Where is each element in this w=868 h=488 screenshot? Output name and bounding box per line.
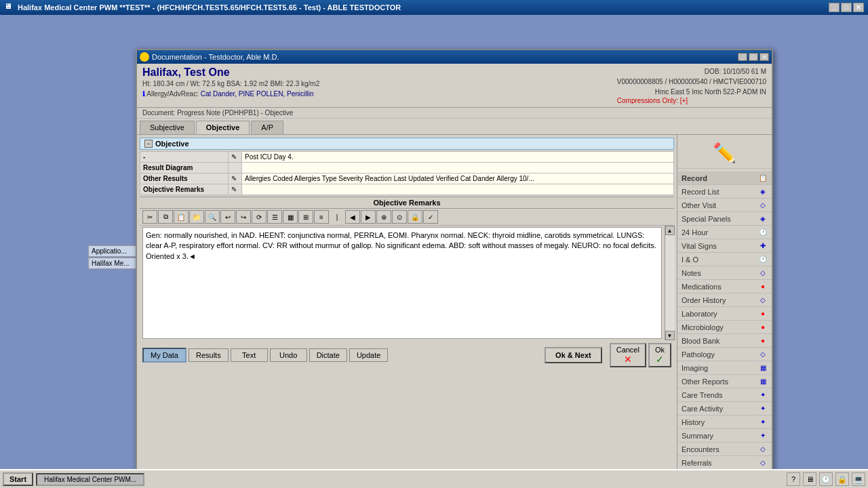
special-panels-icon: ◈ xyxy=(758,214,768,224)
sidebar-item-special-panels[interactable]: Special Panels ◈ xyxy=(677,212,772,226)
dialog-minimize-btn[interactable]: _ xyxy=(738,53,747,61)
row-value-3 xyxy=(242,184,674,195)
sidebar-item-pathology[interactable]: Pathology ◇ xyxy=(677,348,772,361)
sidebar-item-other-reports[interactable]: Other Reports ▦ xyxy=(677,375,772,388)
patient-location: Hmc East 5 Imc North 522-P ADM IN xyxy=(617,87,766,97)
sidebar-item-record-list[interactable]: Record List ◈ xyxy=(677,185,772,199)
sidebar-item-laboratory[interactable]: Laboratory ● xyxy=(677,307,772,321)
care-activity-icon: ✦ xyxy=(758,404,768,413)
toolbar-next-btn[interactable]: ▶ xyxy=(361,210,376,224)
text-button[interactable]: Text xyxy=(231,348,268,362)
os-close-btn[interactable]: ✕ xyxy=(853,3,864,12)
sidebar-item-io[interactable]: I & O 🕐 xyxy=(677,253,772,266)
sidebar-label-special-panels: Special Panels xyxy=(682,215,757,223)
compression-text[interactable]: Compressions Only: [+] xyxy=(617,97,766,104)
row-label-3: Objective Remarks xyxy=(140,184,229,195)
toolbar-undo-btn[interactable]: ↩ xyxy=(220,210,235,224)
taskbar-laptop-icon[interactable]: 💻 xyxy=(852,472,865,486)
toolbar-refresh-btn[interactable]: ⟳ xyxy=(252,210,267,224)
editor-scrollbar[interactable]: ▲ ▼ xyxy=(665,226,674,340)
toolbar-search-btn[interactable]: 🔍 xyxy=(205,210,220,224)
ok-next-button[interactable]: Ok & Next xyxy=(545,347,602,363)
cancel-ok-group: Cancel ✕ Ok ✓ xyxy=(610,343,671,367)
toolbar-open-btn[interactable]: 📁 xyxy=(189,210,204,224)
my-data-button[interactable]: My Data xyxy=(142,348,186,363)
document-info: Document: Progress Note (PDHHPB1) - Obje… xyxy=(137,108,772,119)
dialog-close-btn[interactable]: ✕ xyxy=(760,53,769,61)
sidebar-item-other-visit[interactable]: Other Visit ◇ xyxy=(677,199,772,212)
scroll-up-btn[interactable]: ▲ xyxy=(665,226,675,235)
table-row: Other Results ✎ Allergies Coded Allergie… xyxy=(140,174,674,184)
sidebar-item-summary[interactable]: Summary ✦ xyxy=(677,429,772,443)
toolbar-copy-btn[interactable]: ⧉ xyxy=(158,210,173,224)
system-taskbar: Start Halifax Medical Center PWM... ? 🖥 … xyxy=(0,469,868,488)
sidebar-label-history: History xyxy=(682,418,757,426)
tab-objective[interactable]: Objective xyxy=(196,121,250,134)
section-collapse-btn[interactable]: − xyxy=(144,140,153,148)
app-sidebar: Applicatio... Halifax Me... xyxy=(88,245,142,270)
tab-subjective[interactable]: Subjective xyxy=(140,121,195,134)
other-reports-icon: ▦ xyxy=(758,377,768,386)
dialog-maximize-btn[interactable]: □ xyxy=(749,53,758,61)
sidebar-item-referrals[interactable]: Referrals ◇ xyxy=(677,456,772,470)
sidebar-label-encounters: Encounters xyxy=(682,445,757,453)
toolbar-table-btn[interactable]: ▦ xyxy=(283,210,298,224)
sidebar-item-order-history[interactable]: Order History ◇ xyxy=(677,293,772,307)
history-icon: ✦ xyxy=(758,418,768,427)
tab-ap[interactable]: A/P xyxy=(251,121,283,134)
sidebar-item-blood-bank[interactable]: Blood Bank ● xyxy=(677,334,772,348)
ok-button[interactable]: Ok ✓ xyxy=(648,343,671,367)
toolbar-add-btn[interactable]: ⊕ xyxy=(376,210,391,224)
imaging-icon: ▦ xyxy=(758,363,768,373)
microbiology-icon: ● xyxy=(758,323,768,332)
dictate-button[interactable]: Dictate xyxy=(309,348,347,362)
taskbar-monitor-icon[interactable]: 🖥 xyxy=(803,472,816,486)
update-button[interactable]: Update xyxy=(349,348,388,362)
toolbar-target-btn[interactable]: ⊙ xyxy=(392,210,407,224)
toolbar-cut-btn[interactable]: ✂ xyxy=(142,210,157,224)
toolbar-check-btn[interactable]: ✓ xyxy=(423,210,438,224)
sidebar-item-imaging[interactable]: Imaging ▦ xyxy=(677,361,772,375)
os-minimize-btn[interactable]: _ xyxy=(829,3,840,12)
taskbar-help-icon[interactable]: ? xyxy=(787,472,800,486)
sidebar-item-notes[interactable]: Notes ◇ xyxy=(677,266,772,280)
sidebar-item-vital-signs[interactable]: Vital Signs ✚ xyxy=(677,239,772,253)
toolbar-redo-btn[interactable]: ↪ xyxy=(236,210,251,224)
taskbar-lock-icon[interactable]: 🔒 xyxy=(835,472,849,486)
results-button[interactable]: Results xyxy=(189,348,229,362)
toolbar-lines-btn[interactable]: ≡ xyxy=(314,210,329,224)
cancel-button[interactable]: Cancel ✕ xyxy=(610,343,646,367)
ok-label: Ok xyxy=(655,346,665,354)
taskbar-clock-icon[interactable]: 🕐 xyxy=(819,472,833,486)
undo-button[interactable]: Undo xyxy=(270,348,307,362)
sidebar-item-history[interactable]: History ✦ xyxy=(677,415,772,429)
taskbar-app-item[interactable]: Halifax Medical Center PWM... xyxy=(36,473,144,486)
toolbar-paste-btn[interactable]: 📋 xyxy=(174,210,189,224)
sidebar-item-care-activity[interactable]: Care Activity ✦ xyxy=(677,402,772,415)
allergy-label: Allergy/AdvReac: xyxy=(146,90,199,98)
sidebar-item-encounters[interactable]: Encounters ◇ xyxy=(677,443,772,456)
sidebar-record-header[interactable]: Record 📋 xyxy=(677,171,772,185)
text-editor[interactable]: Gen: normally nourished, in NAD. HEENT: … xyxy=(142,227,662,339)
toolbar-prev-btn[interactable]: ◀ xyxy=(345,210,360,224)
sidebar-label-imaging: Imaging xyxy=(682,364,757,372)
os-maximize-btn[interactable]: □ xyxy=(841,3,852,12)
toolbar-lock-btn[interactable]: 🔒 xyxy=(408,210,422,224)
scroll-down-btn[interactable]: ▼ xyxy=(665,331,675,340)
sidebar-label-other-reports: Other Reports xyxy=(682,378,757,386)
row-edit-icon-0[interactable]: ✎ xyxy=(229,152,242,163)
section-title: Objective xyxy=(155,140,189,148)
sidebar-item-care-trends[interactable]: Care Trends ✦ xyxy=(677,388,772,402)
remarks-header: Objective Remarks xyxy=(140,197,674,209)
row-edit-icon-3[interactable]: ✎ xyxy=(229,184,242,195)
sidebar-item-medications[interactable]: Medications ● xyxy=(677,280,772,293)
toolbar-list-btn[interactable]: ☰ xyxy=(267,210,282,224)
cancel-x-icon: ✕ xyxy=(624,354,632,365)
sidebar-item-microbiology[interactable]: Microbiology ● xyxy=(677,321,772,334)
row-edit-icon-2[interactable]: ✎ xyxy=(229,174,242,184)
sidebar-label-other-visit: Other Visit xyxy=(682,201,757,209)
start-button[interactable]: Start xyxy=(3,472,33,486)
scroll-track[interactable] xyxy=(665,235,675,331)
sidebar-item-24hour[interactable]: 24 Hour 🕐 xyxy=(677,226,772,239)
toolbar-grid-btn[interactable]: ⊞ xyxy=(298,210,313,224)
